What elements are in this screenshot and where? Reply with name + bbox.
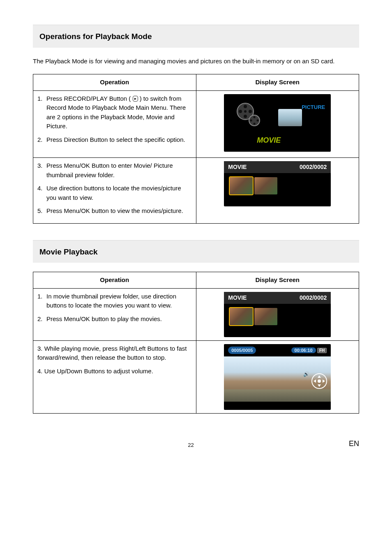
column-header-display: Display Screen <box>196 74 359 91</box>
svg-point-16 <box>318 379 321 383</box>
list-item: 4. Use direction buttons to locate the m… <box>37 184 192 202</box>
svg-point-5 <box>244 110 247 113</box>
svg-point-8 <box>254 123 256 125</box>
step-text: Press Direction Button to select the spe… <box>46 135 192 145</box>
column-header-display: Display Screen <box>196 272 359 289</box>
svg-marker-15 <box>323 379 325 383</box>
screen-header-left: MOVIE <box>228 294 247 302</box>
svg-point-7 <box>254 116 256 118</box>
svg-marker-12 <box>318 375 321 378</box>
speaker-icon: 🔊 <box>303 370 309 378</box>
film-reel-icon <box>236 102 261 127</box>
section-heading-movie-playback: Movie Playback <box>33 240 359 263</box>
operations-table-playback: Operation Display Screen 1. Press RECORD… <box>33 74 359 224</box>
language-label: EN <box>349 438 359 449</box>
svg-marker-13 <box>318 384 321 387</box>
step-number: 5. <box>37 206 46 216</box>
step-number: 1. <box>37 292 46 310</box>
step-text: In movie thumbnail preview folder, use d… <box>46 292 192 310</box>
section-title: Operations for Playback Mode <box>39 31 353 43</box>
video-frame: 🔊 <box>224 356 331 402</box>
list-item: 5. Press Menu/OK button to view the movi… <box>37 206 192 216</box>
svg-point-4 <box>249 110 252 113</box>
svg-point-1 <box>244 105 247 108</box>
thumbnail <box>254 308 277 325</box>
column-header-operation: Operation <box>33 272 196 289</box>
step-text: Press RECORD/PLAY Button ( ▸ ) to switch… <box>46 94 192 131</box>
table-row: 3. While playing movie, press Right/Left… <box>33 340 359 413</box>
display-screen-menu: PICTURE MOVIE <box>224 94 331 152</box>
screen-header-right: 0002/0002 <box>300 163 327 171</box>
time-badge: 00:06:10 <box>291 347 316 353</box>
table-row: 1. Press RECORD/PLAY Button ( ▸ ) to swi… <box>33 90 359 158</box>
picture-label: PICTURE <box>302 103 325 111</box>
step-text: 3. While playing movie, press Right/Left… <box>37 344 192 363</box>
step-number: 1. <box>37 94 46 131</box>
step-text: Use direction buttons to locate the movi… <box>46 184 192 202</box>
svg-point-10 <box>257 119 259 121</box>
page-number: 22 <box>33 441 349 449</box>
intro-text: The Playback Mode is for viewing and man… <box>33 57 359 66</box>
table-row: 1. In movie thumbnail preview folder, us… <box>33 288 359 340</box>
screen-header-right: 0002/0002 <box>300 294 327 302</box>
fh-badge: FH <box>317 348 327 353</box>
thumbnail <box>254 177 277 194</box>
thumbnail <box>230 177 253 194</box>
page-footer: 22 EN <box>33 438 359 449</box>
section-heading-playback-ops: Operations for Playback Mode <box>33 25 359 48</box>
list-item: 3. Press Menu/OK Button to enter Movie/ … <box>37 161 192 180</box>
step-text: 4. Use Up/Down Buttons to adjust volume. <box>37 367 192 376</box>
dpad-icon <box>311 373 327 389</box>
svg-marker-14 <box>314 379 316 383</box>
step-text: Press Menu/OK Button to enter Movie/ Pic… <box>46 161 192 180</box>
list-item: 2. Press Menu/OK button to play the movi… <box>37 314 192 324</box>
list-item: 2. Press Direction Button to select the … <box>37 135 192 145</box>
step-number: 3. <box>37 161 46 180</box>
step-text: Press Menu/OK button to play the movies. <box>46 314 192 324</box>
operations-table-movie: Operation Display Screen 1. In movie thu… <box>33 272 359 414</box>
svg-point-9 <box>250 119 252 121</box>
thumbnail <box>230 308 253 325</box>
svg-point-3 <box>239 110 242 113</box>
table-row: 3. Press Menu/OK Button to enter Movie/ … <box>33 158 359 224</box>
picture-thumbnail <box>278 109 302 126</box>
step-number: 2. <box>37 314 46 324</box>
list-item: 1. Press RECORD/PLAY Button ( ▸ ) to swi… <box>37 94 192 131</box>
movie-label: MOVIE <box>257 135 281 146</box>
step-number: 2. <box>37 135 46 145</box>
display-screen-playing: 0005/0005 00:06:10 FH 🔊 <box>224 344 331 410</box>
display-screen-thumbnails: MOVIE 0002/0002 <box>224 292 331 337</box>
svg-point-2 <box>244 115 247 118</box>
step-text: Press Menu/OK button to view the movies/… <box>46 206 192 216</box>
step-number: 4. <box>37 184 46 202</box>
list-item: 1. In movie thumbnail preview folder, us… <box>37 292 192 310</box>
section-title: Movie Playback <box>39 246 353 258</box>
column-header-operation: Operation <box>33 74 196 91</box>
counter-badge: 0005/0005 <box>228 347 256 354</box>
display-screen-thumbnails: MOVIE 0002/0002 <box>224 161 331 206</box>
record-play-icon: ▸ <box>133 96 138 102</box>
screen-header-left: MOVIE <box>228 163 247 171</box>
